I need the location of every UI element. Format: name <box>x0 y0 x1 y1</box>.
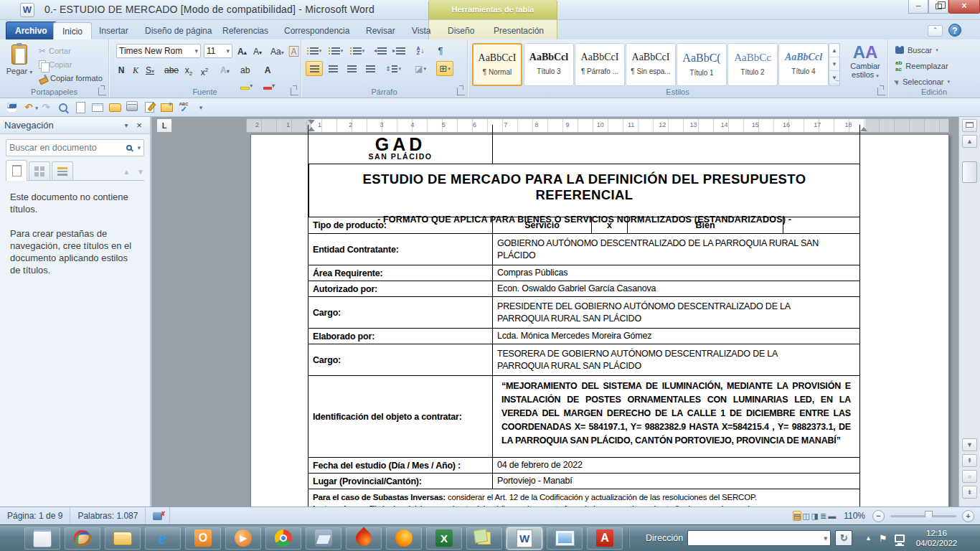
font-color-button[interactable]: A▾ <box>261 62 277 77</box>
style-gallery-up[interactable]: ▲ <box>829 44 839 57</box>
word-count-indicator[interactable]: Palabras: 1.087 <box>70 507 146 524</box>
taskbar-reda-button[interactable]: A <box>587 527 623 550</box>
previous-page-button[interactable]: ⇞ <box>962 454 977 467</box>
style-sin-espaciado[interactable]: AaBbCcI¶ Sin espa... <box>626 43 676 86</box>
address-input[interactable] <box>688 532 821 545</box>
taskbar-explorer-button[interactable] <box>105 527 141 550</box>
tab-browse-headings[interactable] <box>6 160 27 181</box>
taskbar-wmp-button[interactable]: ▶ <box>225 527 261 550</box>
sort-button[interactable]: AZ↓ <box>412 43 429 58</box>
spelling-status-button[interactable] <box>146 507 170 524</box>
taskbar-calculator-button[interactable] <box>24 527 60 550</box>
change-styles-button[interactable]: AA Cambiarestilos ▾ <box>845 42 885 88</box>
scrollbar-thumb[interactable] <box>962 161 977 183</box>
document-page[interactable]: GAD SAN PLÁCIDO ESTUDIO DE MERCADO PARA … <box>250 134 949 507</box>
subscript-button[interactable]: x2 <box>182 62 195 77</box>
align-right-button[interactable] <box>343 61 360 76</box>
align-center-button[interactable] <box>324 61 341 76</box>
shading-button[interactable]: ◪▾ <box>412 61 429 76</box>
taskbar-photoviewer-button[interactable] <box>547 527 583 550</box>
style-titulo2[interactable]: AaBbCcTítulo 2 <box>727 43 778 86</box>
justify-button[interactable] <box>362 61 379 76</box>
zoom-in-button[interactable]: + <box>962 510 974 522</box>
taskbar-excel-button[interactable]: X <box>426 527 462 550</box>
page-indicator[interactable]: Página: 1 de 9 <box>0 507 70 524</box>
next-page-button[interactable]: ⇟ <box>962 486 977 499</box>
restore-button[interactable] <box>928 0 948 14</box>
select-browse-object-button[interactable]: ○ <box>962 470 977 483</box>
tab-correspondencia[interactable]: Correspondencia <box>275 22 358 39</box>
taskbar-clock[interactable]: 12:16 04/02/2022 <box>916 528 965 548</box>
paragraph-dialog-launcher[interactable] <box>457 88 465 95</box>
table-row-area[interactable]: Área Requirente: Compras Públicas <box>308 265 859 281</box>
address-dropdown-chevron-icon[interactable]: ▾ <box>821 534 831 542</box>
tab-revisar[interactable]: Revisar <box>357 22 404 39</box>
table-row-elaborado[interactable]: Elaborado por: Lcda. Mónica Mercedes Mor… <box>308 328 859 344</box>
zoom-level[interactable]: 110% <box>838 511 871 521</box>
help-button[interactable]: ? <box>948 24 961 37</box>
tab-browse-results[interactable] <box>52 161 73 180</box>
action-center-flag-icon[interactable]: ⚑ <box>879 533 887 544</box>
table-row-notas[interactable]: Para el caso de Subastas Inversas: consi… <box>308 489 859 507</box>
clipboard-dialog-launcher[interactable] <box>98 88 106 95</box>
line-spacing-button[interactable]: ⇕▾ <box>385 61 402 76</box>
table-row-logo[interactable]: GAD SAN PLÁCIDO <box>308 125 859 164</box>
close-button[interactable]: × <box>948 0 980 14</box>
taskbar-word-button[interactable]: W <box>507 527 542 550</box>
font-name-combobox[interactable]: Times New Rom▾ <box>116 44 201 58</box>
replace-button[interactable]: abacReemplazar <box>895 59 948 73</box>
style-gallery-more[interactable]: ▼̲ <box>829 71 839 85</box>
taskbar-firefox-button[interactable] <box>386 527 422 550</box>
qat-redo-icon[interactable]: ↷ <box>39 100 53 115</box>
qat-open-icon[interactable] <box>108 100 122 115</box>
document-search-box[interactable]: ▾ <box>6 139 144 156</box>
taskbar-nero-button[interactable] <box>346 527 382 550</box>
select-button[interactable]: Seleccionar▾ <box>895 75 950 89</box>
tab-ctx-diseno[interactable]: Diseño <box>439 22 483 39</box>
grow-font-button[interactable]: A▴ <box>235 44 249 58</box>
style-parrafo[interactable]: AaBbCcI¶ Párrafo ... <box>575 43 625 86</box>
copy-button[interactable]: Copiar <box>37 57 104 71</box>
tab-inicio[interactable]: Inicio <box>53 22 92 39</box>
tab-referencias[interactable]: Referencias <box>214 22 277 39</box>
qat-undo-icon[interactable]: ↶ <box>22 100 36 115</box>
table-row-fecha[interactable]: Fecha del estudio (Día / Mes / Año) : 04… <box>308 457 859 473</box>
tab-stop-selector[interactable]: L <box>156 118 172 133</box>
tab-ctx-presentacion[interactable]: Presentación <box>485 22 552 39</box>
shrink-font-button[interactable]: A▾ <box>251 44 264 58</box>
ruler-toggle-button[interactable] <box>962 119 977 132</box>
scroll-up-button[interactable]: ▲ <box>962 135 977 148</box>
table-row-cargo-tesorera[interactable]: Cargo: TESORERA DE GOBIERNO AUTÓNOMO DES… <box>308 344 859 375</box>
network-icon[interactable] <box>895 534 905 542</box>
minimize-button[interactable]: – <box>908 0 928 14</box>
view-web-layout-button[interactable]: ◨ <box>811 511 819 521</box>
styles-dialog-launcher[interactable] <box>877 88 885 95</box>
vertical-scrollbar[interactable]: ▲ ▼ ⇞ ○ ⇟ <box>958 117 980 507</box>
view-outline-button[interactable]: ≣ <box>819 511 827 521</box>
font-dialog-launcher[interactable] <box>291 88 298 95</box>
right-indent-marker[interactable] <box>860 127 867 131</box>
style-titulo1[interactable]: AaBbC(Título 1 <box>677 43 727 86</box>
tab-diseno-de-pagina[interactable]: Diseño de página <box>136 22 220 39</box>
scroll-down-button[interactable]: ▼ <box>962 438 977 451</box>
table-row-entidad[interactable]: Entidad Contratante: GOBIERNO AUTÓNOMO D… <box>308 233 859 265</box>
font-size-combobox[interactable]: 11▾ <box>204 44 232 58</box>
show-marks-button[interactable]: ¶ <box>432 43 449 58</box>
word-app-icon[interactable]: W <box>20 3 34 17</box>
taskbar-paint-button[interactable] <box>65 527 100 550</box>
view-print-layout-button[interactable]: ▤ <box>793 511 801 521</box>
address-refresh-button[interactable]: ↻ <box>835 530 852 546</box>
format-painter-button[interactable]: Copiar formato <box>37 71 104 85</box>
zoom-slider[interactable] <box>890 515 956 517</box>
next-heading-button[interactable]: ▼ <box>137 168 144 176</box>
underline-button[interactable]: S▾ <box>143 62 156 77</box>
taskbar-camscanner-button[interactable] <box>306 527 341 550</box>
style-normal[interactable]: AaBbCcI¶ Normal <box>472 43 522 86</box>
taskbar-stickynotes-button[interactable] <box>466 527 502 550</box>
tab-vista[interactable]: Vista <box>403 22 439 39</box>
table-row-title[interactable]: ESTUDIO DE MERCADO PARA LA DEFINICIÓN DE… <box>308 164 859 217</box>
view-full-screen-reading-button[interactable]: ◫ <box>801 511 810 521</box>
qat-more-icon[interactable] <box>194 100 208 115</box>
tab-insertar[interactable]: Insertar <box>90 22 137 39</box>
navigation-pane-close-button[interactable]: × <box>133 120 146 131</box>
